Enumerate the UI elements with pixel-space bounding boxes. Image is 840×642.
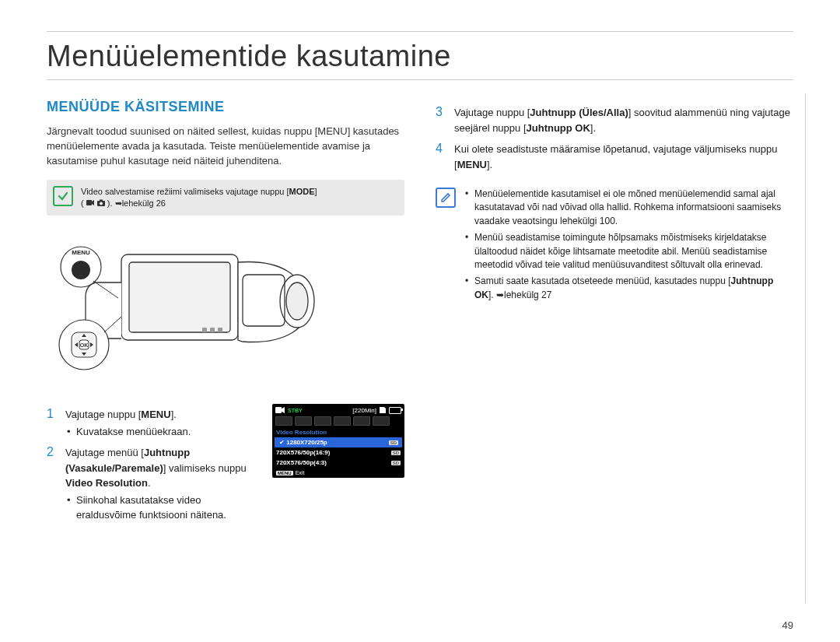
step-2-a: Vajutage menüü [ <box>65 447 144 458</box>
note-page-ref: lehekülg 26 <box>122 198 166 208</box>
menu-button-label: MENU <box>72 249 90 256</box>
step-4-menu: MENU <box>457 159 487 170</box>
left-column: MENÜÜDE KÄSITSEMINE Järgnevalt toodud su… <box>47 99 404 529</box>
lcd-exit-row: MENU Exit <box>272 468 404 478</box>
step-2-c: . <box>148 477 151 489</box>
info-bullet-2: Menüü seadistamise toimingute hõlpsamaks… <box>464 231 793 272</box>
step-3-a: Vajutage nuppu [ <box>454 107 530 118</box>
pencil-note-icon <box>436 188 456 208</box>
info-b3-b: ]. <box>488 289 496 300</box>
svg-point-7 <box>286 282 308 320</box>
sd-badge: SD <box>389 440 398 445</box>
info-b3-a: Samuti saate kasutada otseteede menüüd, … <box>474 275 731 286</box>
check-icon <box>53 186 73 206</box>
lcd-tab <box>275 416 292 426</box>
svg-rect-17 <box>275 407 282 413</box>
intro-paragraph: Järgnevalt toodud suunised on näited sel… <box>47 125 404 169</box>
step-1-body: Vajutage nuppu [MENU]. Kuvatakse menüüek… <box>65 407 191 439</box>
photo-mode-icon <box>97 199 105 206</box>
lcd-tab <box>314 416 331 426</box>
info-bullet-1: Menüüelementide kasutamisel ei ole mõned… <box>464 188 793 228</box>
step-2-number: 2 <box>47 445 56 523</box>
step-1-number: 1 <box>47 407 56 439</box>
video-icon <box>275 406 285 414</box>
lcd-preview: STBY [220Min] <box>272 404 404 478</box>
step-3-ctrl: Juhtnupp (Üles/Alla) <box>530 107 628 118</box>
step-2: 2 Vajutage menüü [Juhtnupp (Vasakule/Par… <box>47 445 258 523</box>
info-list: Menüüelementide kasutamisel ei ole mõned… <box>464 184 793 305</box>
step-3-number: 3 <box>436 105 445 135</box>
lcd-status-bar: STBY [220Min] <box>272 404 404 415</box>
sd-badge: SD <box>391 451 401 455</box>
step-4-number: 4 <box>436 142 445 172</box>
svg-point-2 <box>100 202 103 205</box>
svg-rect-5 <box>129 262 230 332</box>
svg-rect-16 <box>218 328 222 332</box>
video-mode-icon <box>86 199 95 206</box>
section-heading: MENÜÜDE KÄSITSEMINE <box>47 99 404 115</box>
step-3-body: Vajutage nuppu [Juhtnupp (Üles/Alla)] so… <box>454 105 793 135</box>
right-column: 3 Vajutage nuppu [Juhtnupp (Üles/Alla)] … <box>436 99 793 529</box>
lcd-row-2: 720X576/50p(4:3) <box>276 459 327 466</box>
card-icon <box>379 407 387 413</box>
rule-top <box>47 31 793 32</box>
mode-note: Video salvestamise režiimi valimiseks va… <box>47 180 404 216</box>
lcd-tab <box>373 416 390 426</box>
lcd-row: 720X576/50p(16:9) SD <box>272 447 404 458</box>
rec-time: [220Min] <box>352 407 376 414</box>
lcd-tab <box>353 416 370 426</box>
note-text-b: ] <box>315 187 317 196</box>
ok-button-label: OK <box>80 342 89 348</box>
lcd-row-1: 720X576/50p(16:9) <box>276 449 330 456</box>
sd-badge: SD <box>391 461 401 465</box>
step-3: 3 Vajutage nuppu [Juhtnupp (Üles/Alla)] … <box>436 105 793 135</box>
svg-rect-15 <box>210 328 215 332</box>
step-1: 1 Vajutage nuppu [MENU]. Kuvatakse menüü… <box>47 407 258 439</box>
battery-icon <box>389 407 401 414</box>
lcd-tab <box>334 416 351 426</box>
info-b3-ref: lehekülg 27 <box>504 289 551 300</box>
left-steps-text: 1 Vajutage nuppu [MENU]. Kuvatakse menüü… <box>47 401 258 529</box>
step-1-menu: MENU <box>141 409 170 420</box>
camcorder-illustration: MENU OK <box>47 228 327 384</box>
info-bullet-3: Samuti saate kasutada otseteede menüüd, … <box>464 275 793 302</box>
svg-rect-14 <box>202 328 207 332</box>
menu-chip: MENU <box>276 471 293 475</box>
step-4-body: Kui olete seadistuste määramise lõpetanu… <box>454 142 793 172</box>
step-4: 4 Kui olete seadistuste määramise lõpeta… <box>436 142 793 172</box>
note-text-a: Video salvestamise režiimi valimiseks va… <box>81 187 289 196</box>
step-2-body: Vajutage menüü [Juhtnupp (Vasakule/Parem… <box>65 445 258 523</box>
left-steps-row: 1 Vajutage nuppu [MENU]. Kuvatakse menüü… <box>47 401 404 529</box>
page-number: 49 <box>782 619 793 631</box>
two-column-layout: MENÜÜDE KÄSITSEMINE Järgnevalt toodud su… <box>47 99 793 529</box>
step-3-c: ]. <box>590 122 596 134</box>
svg-rect-3 <box>100 199 103 201</box>
step-4-a: Kui olete seadistuste määramise lõpetanu… <box>454 143 778 170</box>
lcd-row-selected: ✔ 1280X720/25p SD <box>275 437 402 447</box>
stby-label: STBY <box>288 408 303 413</box>
step-4-b: ]. <box>487 159 492 170</box>
step-1-bullet: Kuvatakse menüüekraan. <box>65 424 191 440</box>
step-3-ok: Juhtnupp OK <box>527 122 590 134</box>
info-note: Menüüelementide kasutamisel ei ole mõned… <box>436 184 793 305</box>
manual-page: Menüüelementide kasutamine MENÜÜDE KÄSIT… <box>0 0 840 642</box>
svg-point-10 <box>72 261 90 279</box>
lcd-tabs <box>272 415 404 427</box>
rule-under-title <box>47 79 793 80</box>
right-margin-rule <box>805 93 806 603</box>
lcd-menu-title: Video Resolution <box>272 427 404 437</box>
lcd-row: 720X576/50p(4:3) SD <box>272 458 404 468</box>
page-title: Menüüelementide kasutamine <box>47 40 793 73</box>
lcd-row-0: 1280X720/25p <box>286 439 327 446</box>
step-2-bullet: Siinkohal kasutatakse video eraldusvõime… <box>65 493 258 523</box>
note-mode: MODE <box>289 187 315 196</box>
lcd-tab <box>295 416 312 426</box>
check-icon: ✔ <box>278 440 285 446</box>
step-2-target: Video Resolution <box>65 477 148 489</box>
exit-label: Exit <box>296 470 305 475</box>
step-2-b: ] valimiseks nuppu <box>163 462 247 474</box>
svg-rect-0 <box>86 200 92 205</box>
